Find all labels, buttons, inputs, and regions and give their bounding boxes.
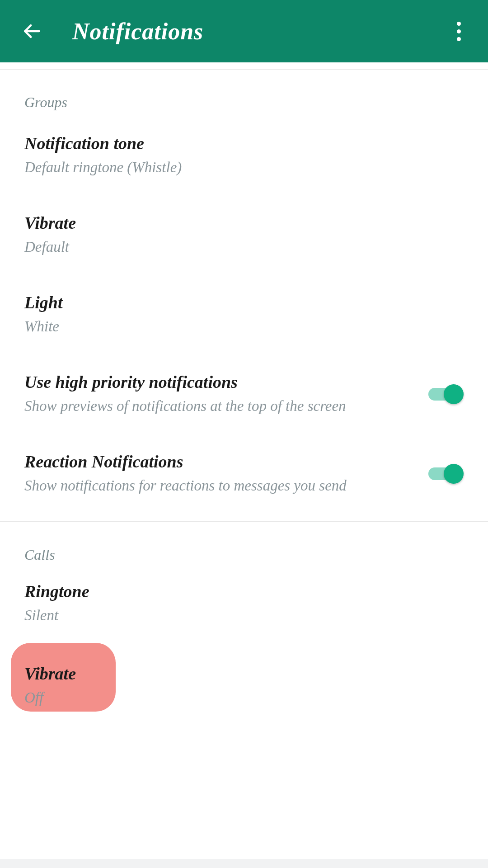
setting-value: Off — [24, 688, 446, 708]
setting-ringtone[interactable]: Ringtone Silent — [0, 568, 488, 643]
bottom-bar — [0, 859, 488, 868]
setting-value: White — [24, 316, 446, 337]
setting-value: Silent — [24, 605, 446, 626]
setting-groups-vibrate[interactable]: Vibrate Default — [0, 195, 488, 274]
setting-text: Ringtone Silent — [24, 580, 464, 626]
setting-calls-vibrate[interactable]: Vibrate Off — [0, 643, 488, 728]
setting-title: Vibrate — [24, 212, 446, 234]
switch-thumb — [444, 384, 464, 404]
setting-notification-tone[interactable]: Notification tone Default ringtone (Whis… — [0, 115, 488, 195]
setting-value: Default ringtone (Whistle) — [24, 157, 446, 178]
setting-title: Light — [24, 292, 446, 314]
high-priority-toggle[interactable] — [428, 384, 464, 403]
setting-text: Light White — [24, 292, 464, 337]
setting-reaction-notifications[interactable]: Reaction Notifications Show notification… — [0, 434, 488, 513]
setting-high-priority[interactable]: Use high priority notifications Show pre… — [0, 354, 488, 434]
more-options-button[interactable] — [447, 18, 470, 45]
setting-title: Ringtone — [24, 580, 446, 603]
app-header: Notifications — [0, 0, 488, 62]
setting-title: Reaction Notifications — [24, 451, 410, 473]
back-button[interactable] — [18, 18, 45, 45]
setting-title: Use high priority notifications — [24, 371, 410, 393]
page-title: Notifications — [72, 18, 203, 45]
setting-light[interactable]: Light White — [0, 274, 488, 354]
setting-text: Notification tone Default ringtone (Whis… — [24, 132, 464, 178]
setting-title: Vibrate — [24, 663, 446, 685]
setting-description: Show notifications for reactions to mess… — [24, 476, 410, 496]
setting-text: Vibrate Default — [24, 212, 464, 257]
setting-value: Default — [24, 237, 446, 257]
settings-content: Groups Notification tone Default rington… — [0, 70, 488, 728]
setting-text: Use high priority notifications Show pre… — [24, 371, 428, 416]
reaction-toggle[interactable] — [428, 464, 464, 483]
setting-text: Vibrate Off — [24, 663, 464, 708]
setting-text: Reaction Notifications Show notification… — [24, 451, 428, 496]
section-header-calls: Calls — [0, 522, 488, 568]
setting-description: Show previews of notifications at the to… — [24, 396, 410, 416]
section-header-groups: Groups — [0, 70, 488, 115]
arrow-left-icon — [22, 21, 42, 41]
switch-thumb — [444, 464, 464, 484]
more-vertical-icon — [457, 37, 461, 41]
more-vertical-icon — [457, 22, 461, 26]
more-vertical-icon — [457, 29, 461, 33]
setting-title: Notification tone — [24, 132, 446, 155]
